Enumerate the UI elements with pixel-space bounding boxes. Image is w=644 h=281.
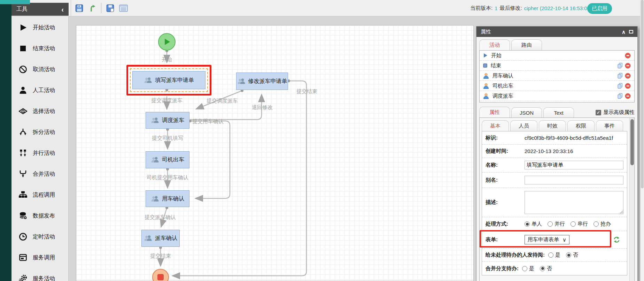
deploy-button[interactable] (88, 3, 97, 13)
copy-icon[interactable] (617, 63, 623, 69)
edge-label-submit-driver-fill: 提交司机填写 (152, 135, 183, 142)
radio-merge-yes[interactable]: 是 (522, 265, 534, 272)
tab-routes[interactable]: 路由 (511, 39, 542, 50)
refresh-forms-button[interactable] (613, 236, 620, 243)
node-modify-dispatch-form[interactable]: 修改派车申请单 (236, 73, 288, 90)
radio-icon (548, 252, 553, 258)
collapse-panel-icon[interactable]: ∧ (622, 29, 626, 35)
edge-dispatch-to-vehicle-confirm[interactable] (190, 121, 230, 198)
toolbar-separator (101, 3, 101, 13)
chevron-down-icon: ∨ (562, 237, 566, 243)
field-notify-unhandled: 给未处理待办的人发待阅: 是 否 (482, 249, 627, 262)
form-view-button[interactable] (119, 3, 128, 13)
flow-canvas[interactable]: 填写派车申请单 修改派车申请单 调度派车 司机出车 用车确认 派车确认 开始 提… (76, 25, 474, 281)
radio-icon (593, 221, 599, 227)
list-item-vehicle-confirm[interactable]: 用车确认 (480, 71, 634, 81)
remove-icon[interactable] (625, 53, 631, 59)
edge-label-back-modify: 退回修改 (252, 104, 273, 111)
tab-personnel[interactable]: 人员 (510, 120, 537, 131)
form-select[interactable]: 用车申请表单 ∨ (525, 235, 569, 244)
alias-input[interactable] (525, 176, 623, 184)
property-form-container: 基本 人员 时效 权限 事件 标识: cf9c0f3b-f9f3-4609-bc… (479, 117, 635, 281)
node-dispatch-vehicle[interactable]: 调度派车 (146, 112, 189, 129)
sidebar-item-subprocess-call[interactable]: 流程调用 (11, 184, 68, 205)
properties-panel: 属性 ∧ 活动 路由 开始 结束 用车确认 (476, 26, 638, 281)
subprocess-icon (18, 190, 28, 199)
node-vehicle-confirm[interactable]: 用车确认 (146, 190, 189, 207)
radio-merge-no[interactable]: 否 (540, 265, 552, 272)
edge-label-start: 开始 (162, 56, 172, 63)
sidebar-item-split-activity[interactable]: 拆分活动 (11, 122, 68, 143)
remove-icon[interactable] (625, 63, 631, 69)
radio-option-serial[interactable]: 串行 (571, 221, 588, 227)
sidebar-item-data-publish[interactable]: 数据发布 (11, 205, 68, 226)
save-as-button[interactable] (106, 3, 115, 13)
radio-notify-no[interactable]: 否 (566, 252, 578, 258)
version-info: 当前版本: 1 最后修改: cipher (2022-10-14 16:53:0… (470, 0, 592, 16)
sidebar-item-start-activity[interactable]: 开始活动 (11, 17, 68, 38)
radio-selected-icon (540, 266, 545, 271)
basic-fields: 标识: cf9c0f3b-f9f3-4609-bc5d-dffc51a5ea1f… (482, 131, 627, 275)
maximize-panel-icon[interactable] (629, 30, 633, 33)
status-badge-enabled[interactable]: 已启用 (587, 3, 612, 14)
field-name: 名称: (482, 158, 627, 173)
tab-text[interactable]: Text (543, 107, 574, 117)
page-scrollbar-thumb[interactable] (641, 0, 644, 188)
tab-basic[interactable]: 基本 (482, 120, 509, 131)
radio-option-parallel[interactable]: 并行 (548, 221, 565, 227)
sidebar-item-timer-activity[interactable]: 定时活动 (11, 226, 68, 247)
checkbox-checked-icon[interactable]: ✓ (596, 110, 601, 115)
sidebar-item-merge-activity[interactable]: 合并活动 (11, 164, 68, 184)
branch-arrow-icon (88, 4, 96, 12)
version-value: 1 (495, 5, 497, 11)
end-node[interactable] (152, 269, 169, 281)
page-scrollbar[interactable] (640, 0, 644, 281)
tab-permissions[interactable]: 权限 (567, 120, 595, 131)
node-fill-dispatch-form[interactable]: 填写派车申请单 (132, 71, 205, 89)
copy-icon[interactable] (617, 93, 623, 99)
sidebar-item-manual-activity[interactable]: 人工活动 (11, 80, 68, 101)
tab-properties[interactable]: 属性 (479, 107, 510, 117)
list-item-dispatch-vehicle[interactable]: 调度派车 (480, 91, 634, 101)
edge-modify-to-end[interactable] (173, 81, 307, 276)
remove-icon[interactable] (625, 83, 631, 89)
selection-dashed-border: 填写派车申请单 (130, 68, 208, 92)
list-item-start[interactable]: 开始 (480, 51, 634, 61)
copy-icon[interactable] (617, 73, 623, 79)
selection-highlight-red: 填写派车申请单 (126, 65, 211, 96)
form-scrollbar-thumb[interactable] (630, 119, 634, 165)
tab-activities[interactable]: 活动 (479, 39, 510, 50)
tab-events[interactable]: 事件 (596, 120, 623, 131)
name-input[interactable] (525, 161, 623, 169)
list-item-driver-depart[interactable]: 司机出车 (480, 81, 634, 91)
tab-timeliness[interactable]: 时效 (539, 120, 566, 131)
edge-label-submit-vehicle-confirm: 提交用车确认 (192, 118, 224, 125)
field-handle-mode: 处理方式: 单人 并行 串行 抢办 (482, 217, 627, 231)
radio-option-single[interactable]: 单人 (525, 221, 542, 227)
sidebar-item-end-activity[interactable]: 结束活动 (11, 38, 68, 59)
sidebar-item-parallel-activity[interactable]: 并行活动 (11, 143, 68, 164)
node-dispatch-confirm[interactable]: 派车确认 (141, 230, 180, 247)
node-driver-depart[interactable]: 司机出车 (146, 151, 189, 168)
tab-json[interactable]: JSON (511, 107, 542, 117)
sidebar-item-choice-activity[interactable]: 选择活动 (11, 101, 68, 122)
remove-icon[interactable] (625, 73, 631, 79)
sidebar-item-service-activity[interactable]: 服务活动 (11, 268, 68, 281)
start-node[interactable] (158, 33, 176, 51)
sidebar-item-cancel-activity[interactable]: 取消活动 (11, 59, 68, 80)
radio-option-grab[interactable]: 抢办 (593, 221, 611, 227)
list-item-end[interactable]: 结束 (480, 61, 634, 71)
form-scrollbar[interactable] (629, 118, 634, 281)
teal-accent-bar (0, 0, 30, 4)
advanced-properties-toggle[interactable]: ✓ 显示高级属性 (596, 109, 635, 117)
sidebar-item-service-call[interactable]: 服务调用 (11, 247, 68, 268)
copy-icon[interactable] (617, 83, 623, 89)
remove-icon[interactable] (625, 93, 631, 99)
radio-notify-yes[interactable]: 是 (548, 252, 560, 258)
edge-label-submit-dispatch-left: 提交调度派车 (151, 97, 183, 104)
description-textarea[interactable] (525, 191, 623, 214)
collapse-sidebar-icon[interactable]: ‹ (61, 6, 64, 13)
edge-label-submit-dispatch-confirm: 提交派车确认 (145, 214, 176, 221)
panel-tab-bar: 活动 路由 (476, 37, 637, 50)
save-button[interactable] (75, 3, 84, 13)
